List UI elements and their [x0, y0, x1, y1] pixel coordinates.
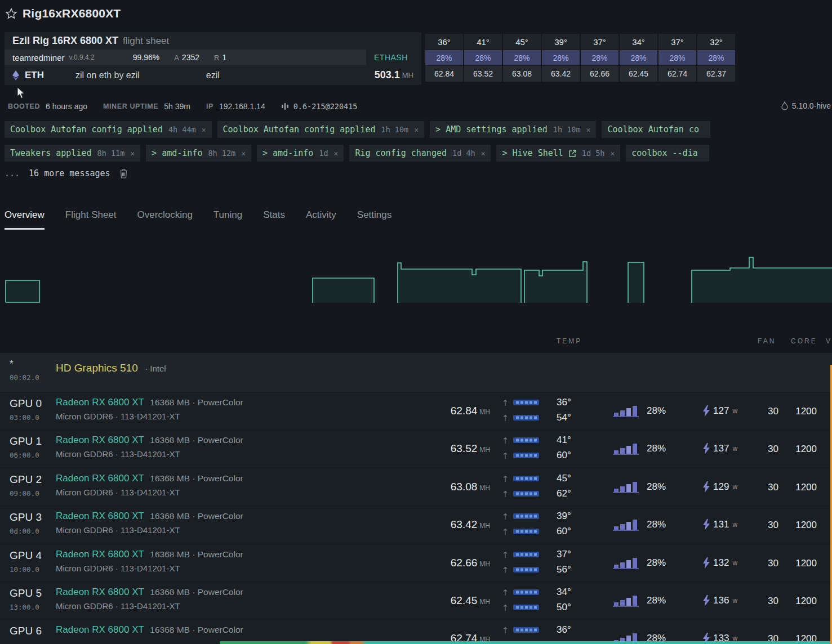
close-icon[interactable]: ✕ — [130, 149, 135, 158]
gpu-name-link[interactable]: Radeon RX 6800 XT — [56, 511, 144, 521]
gpu-power-watts: 136 — [713, 595, 729, 606]
gpu-index: GPU 4 — [10, 549, 42, 562]
tab-activity[interactable]: Activity — [306, 206, 336, 230]
gpu-hashrate-badge: 62.66 — [581, 66, 619, 82]
message-chip: > AMD settings applied 1h 10m ✕ — [430, 121, 596, 138]
gpu-stat-cell[interactable]: 37° 28% 62.66 — [581, 34, 619, 82]
ip-value[interactable]: 192.168.1.14 — [219, 102, 265, 111]
gpu-power-watts: 137 — [713, 443, 729, 454]
gpu-power-watts: 127 — [713, 405, 729, 417]
gpu-fan-badge: 28% — [425, 50, 463, 65]
gpu-stat-cell[interactable]: 39° 28% 63.42 — [542, 34, 580, 82]
gpu-oc-core-clock: 1200 — [790, 520, 817, 531]
memory-temp-icon — [513, 528, 539, 535]
close-icon[interactable]: ✕ — [481, 149, 486, 158]
gpu-stat-cell[interactable]: 36° 28% 62.84 — [425, 34, 463, 82]
hive-agent-icon — [281, 102, 289, 110]
more-messages: ... 16 more messages — [5, 168, 832, 178]
tab-stats[interactable]: Stats — [263, 206, 285, 230]
message-text: > amd-info — [152, 148, 202, 158]
agent-version: 0.6-215@220415 — [293, 102, 358, 111]
gpu-fan-badge: 28% — [503, 50, 541, 65]
gpu-core-temp: 41° — [557, 435, 571, 446]
gpu-core-temp: 34° — [557, 587, 571, 598]
accepted-label: A — [174, 53, 179, 62]
close-icon[interactable]: ✕ — [414, 126, 419, 134]
pool-name[interactable]: zil on eth by ezil — [75, 70, 140, 80]
gpu-stat-cell[interactable]: 34° 28% 62.45 — [620, 34, 657, 82]
gpu-memory-info: 16368 MB · PowerColor — [150, 511, 243, 521]
gpu-memory-detail: Micron GDDR6 · 113-D41201-XT — [56, 449, 243, 459]
gpu-fan-percent: 28% — [647, 595, 666, 606]
trend-up-icon — [503, 566, 508, 574]
rig-overview-screen: Rig16xRX6800XT Ezil Rig 16RX 6800 XT fli… — [0, 0, 832, 644]
gpu-stat-cell[interactable]: 41° 28% 63.52 — [464, 34, 502, 82]
fan-bars-icon — [613, 481, 639, 493]
gpu-fan-badge: 28% — [581, 50, 619, 65]
miner-name[interactable]: teamredminer — [12, 53, 65, 62]
message-time: 1d 4h — [452, 149, 475, 158]
gpu-index: GPU 0 — [10, 397, 42, 410]
more-messages-link[interactable]: 16 more messages — [29, 168, 110, 178]
tab-flight-sheet[interactable]: Flight Sheet — [65, 206, 117, 230]
gpu-core-temp: 36° — [557, 624, 571, 636]
gpu-stat-cell[interactable]: 45° 28% 63.08 — [503, 34, 541, 82]
igpu-name[interactable]: HD Graphics 510 — [56, 362, 138, 374]
tab-overview[interactable]: Overview — [5, 206, 45, 230]
close-icon[interactable]: ✕ — [241, 149, 246, 158]
messages-area: Coolbox Autofan config applied 4h 44m ✕ … — [5, 121, 832, 178]
tab-settings[interactable]: Settings — [357, 206, 391, 230]
gpu-core-temp: 36° — [557, 397, 571, 408]
gpu-temp-badge: 36° — [425, 34, 463, 50]
gpu-name-link[interactable]: Radeon RX 6800 XT — [56, 549, 144, 560]
gpu-row: GPU 5 13:00.0 Radeon RX 6800 XT 16368 MB… — [0, 582, 832, 619]
message-text: > Hive Shell — [502, 148, 563, 158]
core-temp-icon — [513, 437, 539, 444]
gpu-fan-badge: 28% — [464, 50, 502, 65]
trend-up-icon — [503, 588, 508, 596]
power-unit: w — [732, 445, 737, 453]
gpu-name-link[interactable]: Radeon RX 6800 XT — [56, 473, 144, 484]
header-voltage: V — [826, 337, 832, 345]
gpu-temp-badge: 41° — [464, 34, 502, 50]
trend-up-icon — [503, 626, 508, 634]
gpu-name-link[interactable]: Radeon RX 6800 XT — [56, 435, 144, 445]
tab-overclocking[interactable]: Overclocking — [137, 206, 193, 230]
gpu-memory-detail: Micron GDDR6 · 113-D41201-XT — [56, 488, 243, 497]
message-text: Tweakers applied — [10, 148, 92, 158]
close-icon[interactable]: ✕ — [586, 126, 591, 134]
gpu-index: GPU 5 — [10, 587, 42, 600]
gpu-name-link[interactable]: Radeon RX 6800 XT — [56, 587, 144, 597]
hashrate-unit: MH — [479, 560, 490, 568]
wallet-name[interactable]: ezil — [206, 70, 220, 80]
gpu-stat-cell[interactable]: 37° 28% 62.74 — [659, 34, 696, 82]
tab-tuning[interactable]: Tuning — [213, 206, 242, 230]
rejected-count: 1 — [222, 53, 226, 62]
flame-icon — [781, 101, 788, 110]
gpu-bus-id: 0d:00.0 — [10, 527, 42, 535]
close-icon[interactable]: ✕ — [202, 126, 206, 134]
gpu-stat-cell[interactable]: 32° 28% 62.37 — [697, 34, 735, 82]
gpu-fan-percent: 28% — [647, 519, 666, 530]
trend-up-icon — [503, 414, 508, 422]
close-icon[interactable]: ✕ — [610, 149, 615, 158]
gpu-name-link[interactable]: Radeon RX 6800 XT — [56, 397, 144, 408]
power-unit: w — [732, 559, 737, 567]
accepted-count: 2352 — [182, 53, 199, 62]
external-link-icon[interactable] — [569, 150, 576, 157]
eth-coin-icon — [12, 70, 19, 80]
power-unit: w — [732, 521, 737, 529]
header-core: CORE — [791, 337, 817, 345]
status-bar: BOOTED 6 hours ago MINER UPTIME 5h 39m I… — [8, 100, 373, 113]
close-icon[interactable]: ✕ — [334, 149, 339, 158]
gpu-memory-info: 16368 MB · PowerColor — [150, 549, 243, 559]
more-ellipsis: ... — [5, 168, 20, 178]
miner-strip: teamredminer v.0.9.4.2 99.96% A 2352 R 1 — [5, 50, 366, 65]
gpu-core-temp: 45° — [557, 473, 571, 484]
clear-messages-button[interactable] — [119, 169, 128, 178]
trash-icon — [119, 169, 128, 178]
message-time: 1d 5h — [582, 149, 605, 158]
gpu-memory-info: 16368 MB · PowerColor — [150, 625, 243, 634]
favorite-star-icon[interactable] — [6, 8, 17, 19]
gpu-name-link[interactable]: Radeon RX 6800 XT — [56, 624, 144, 635]
